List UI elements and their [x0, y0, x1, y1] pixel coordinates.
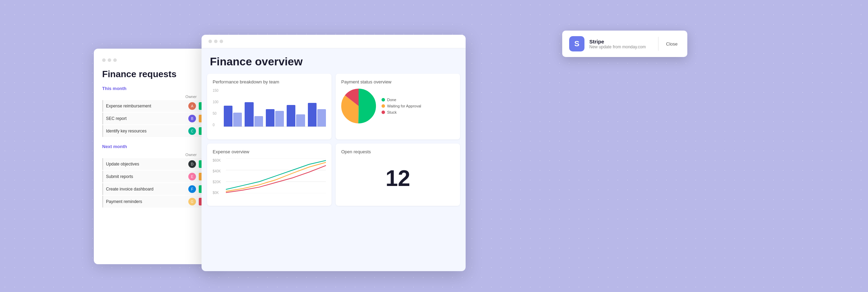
pie-chart-svg: [341, 89, 376, 123]
bar-chart: 150 100 50 0: [213, 89, 326, 134]
task-row: Identify key resources C: [102, 125, 211, 137]
task-row: Payment reminders G: [102, 196, 211, 208]
task-row: Create invoice dashboard F: [102, 183, 211, 195]
pie-chart-container: Done Waiting for Approval Stuck: [341, 89, 455, 123]
finance-requests-title: Finance requests: [102, 69, 211, 80]
bar-light-5: [317, 109, 326, 127]
window-dots: [102, 58, 211, 62]
legend-dot-waiting: [382, 104, 385, 108]
task-row: Expense reimbursement A: [102, 100, 211, 112]
overview-dot-2: [214, 40, 218, 43]
task-name: SEC report: [106, 116, 188, 121]
bar-light-1: [233, 113, 242, 127]
task-avatar: B: [188, 115, 196, 122]
task-avatar: D: [188, 160, 196, 168]
next-month-label: Next month: [102, 144, 211, 149]
task-row: Update objectives D: [102, 158, 211, 170]
overview-title: Finance overview: [202, 48, 466, 74]
next-month-tasks-list: Update objectives D Submit reports E Cre…: [102, 158, 211, 208]
next-month-header: Owner: [102, 153, 211, 157]
performance-title: Performance breakdown by team: [213, 79, 326, 84]
task-avatar: G: [188, 198, 196, 205]
task-avatar: A: [188, 102, 196, 110]
this-month-header: Owner: [102, 95, 211, 99]
stripe-text: Stripe New update from monday.com: [589, 39, 653, 49]
legend-waiting: Waiting for Approval: [382, 104, 421, 108]
bar-group-1: [224, 106, 242, 127]
overview-grid: Performance breakdown by team 150 100 50…: [202, 74, 466, 211]
expense-title: Expense overview: [213, 149, 326, 154]
stripe-notification: S Stripe New update from monday.com Clos…: [562, 31, 687, 57]
bar-chart-area: [224, 89, 326, 127]
performance-card: Performance breakdown by team 150 100 50…: [207, 74, 331, 139]
task-avatar: F: [188, 185, 196, 193]
bar-dark-4: [287, 105, 295, 127]
bar-group-3: [266, 109, 284, 127]
overview-dot-1: [208, 40, 212, 43]
legend-stuck: Stuck: [382, 110, 421, 114]
task-name: Identify key resources: [106, 129, 188, 133]
bar-group-4: [287, 105, 305, 127]
svg-point-2: [350, 97, 367, 115]
task-name: Create invoice dashboard: [106, 187, 188, 192]
line-y-labels: $60K $40K $20K $0K: [213, 159, 225, 195]
dot-2: [108, 58, 111, 62]
task-name: Expense reimbursement: [106, 104, 188, 108]
overview-dot-3: [220, 40, 223, 43]
bar-light-4: [296, 114, 305, 127]
line-chart: $60K $40K $20K $0K: [213, 159, 326, 200]
bar-dark-2: [245, 102, 253, 127]
finance-overview-panel: Finance overview Performance breakdown b…: [202, 35, 466, 271]
bar-light-3: [275, 111, 284, 127]
stripe-subtitle: New update from monday.com: [589, 44, 653, 49]
dot-1: [102, 58, 106, 62]
bar-y-labels: 150 100 50 0: [213, 89, 222, 127]
legend-dot-done: [382, 98, 385, 102]
task-name: Update objectives: [106, 162, 188, 167]
bar-group-5: [308, 103, 326, 127]
task-name: Payment reminders: [106, 199, 188, 204]
task-avatar: E: [188, 173, 196, 180]
expense-card: Expense overview $60K $40K $20K $0K: [207, 144, 331, 206]
open-requests-card: Open requests 12: [336, 144, 460, 206]
open-requests-title: Open requests: [341, 149, 455, 154]
bar-light-2: [254, 116, 263, 127]
task-avatar: C: [188, 127, 196, 135]
this-month-tasks-list: Expense reimbursement A SEC report B Ide…: [102, 100, 211, 137]
task-name: Submit reports: [106, 174, 188, 179]
bar-dark-5: [308, 103, 317, 127]
stripe-divider: [658, 37, 658, 51]
stripe-title: Stripe: [589, 39, 653, 44]
stripe-icon: S: [569, 36, 584, 51]
legend-dot-stuck: [382, 111, 385, 114]
finance-requests-panel: Finance requests This month Owner Expens…: [94, 49, 219, 264]
line-chart-svg: [226, 159, 326, 193]
overview-window-bar: [202, 35, 466, 48]
task-row: Submit reports E: [102, 171, 211, 182]
stripe-close-button[interactable]: Close: [663, 40, 680, 48]
legend-done: Done: [382, 98, 421, 102]
dot-3: [113, 58, 117, 62]
bar-group-2: [245, 102, 263, 127]
bar-dark-1: [224, 106, 232, 127]
task-row: SEC report B: [102, 113, 211, 124]
payment-card: Payment status overview Done: [336, 74, 460, 139]
this-month-label: This month: [102, 86, 211, 91]
payment-title: Payment status overview: [341, 79, 455, 84]
bar-dark-3: [266, 109, 275, 127]
pie-legend: Done Waiting for Approval Stuck: [382, 98, 421, 114]
open-requests-count: 12: [341, 159, 455, 191]
